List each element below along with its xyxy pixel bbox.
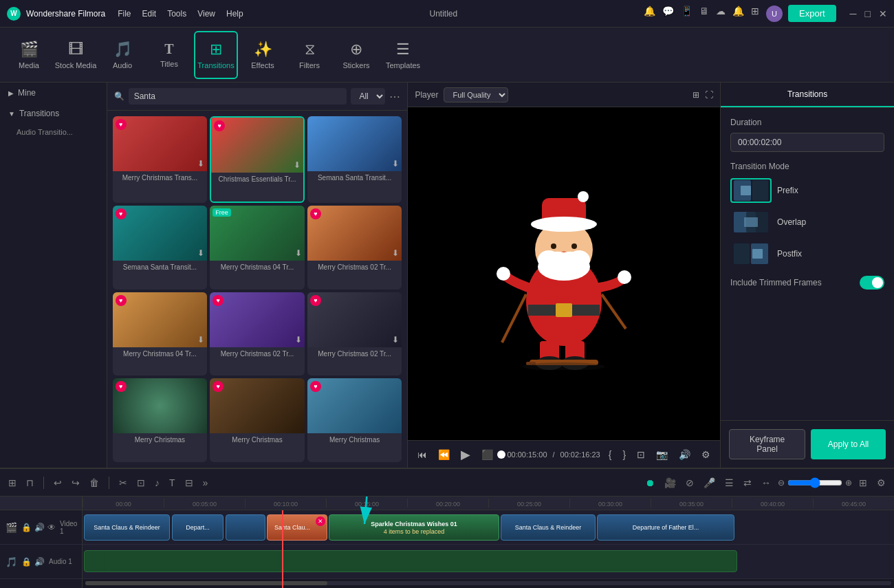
- more-options-icon[interactable]: ⋯: [389, 90, 400, 103]
- maximize-button[interactable]: □: [865, 8, 871, 19]
- tl-swap-button[interactable]: ⇄: [741, 476, 754, 490]
- transition-card[interactable]: ♥ ⬇ Merry Christmas 04 Tr...: [113, 292, 208, 376]
- transition-card[interactable]: ♥ ⬇ Merry Christmas 02 Tr...: [210, 292, 305, 376]
- apply-to-all-button[interactable]: Apply to All: [811, 429, 886, 459]
- quality-select[interactable]: Full Quality: [444, 87, 508, 102]
- crop-button[interactable]: ⊡: [634, 448, 648, 461]
- transition-card[interactable]: ♥ ⬇ Merry Christmas 02 Tr...: [307, 206, 402, 290]
- transition-card[interactable]: ♥ ⬇ Christmas Essentials Tr...: [210, 116, 305, 203]
- tl-more-button[interactable]: »: [200, 476, 211, 490]
- zoom-slider[interactable]: [787, 477, 842, 488]
- toolbar-stock-media[interactable]: 🎞 Stock Media: [54, 31, 98, 79]
- video-clip[interactable]: [226, 514, 265, 541]
- clip-delete-button[interactable]: ✕: [316, 516, 325, 526]
- tl-copy-button[interactable]: ⊡: [134, 476, 148, 490]
- left-panel-audio-transition[interactable]: Audio Transitio...: [0, 124, 107, 140]
- video-clip[interactable]: Santa Claus & Reindeer: [501, 514, 596, 541]
- tl-audio-button[interactable]: ♪: [152, 476, 162, 490]
- step-back-button[interactable]: ⏪: [435, 448, 453, 461]
- tl-crop-button[interactable]: ⊟: [182, 476, 196, 490]
- export-button[interactable]: Export: [788, 5, 836, 22]
- menu-edit[interactable]: Edit: [142, 9, 157, 19]
- duration-input[interactable]: [730, 133, 884, 152]
- tl-undo-button[interactable]: ↩: [51, 476, 65, 490]
- transition-card[interactable]: ♥ Merry Christmas: [307, 378, 402, 462]
- video-clip-sparkle[interactable]: Sparkle Christmas Wishes 01 4 items to b…: [329, 514, 499, 541]
- keyframe-panel-button[interactable]: Keyframe Panel: [729, 429, 805, 459]
- transition-card[interactable]: ⬇ Semana Santa Transit...: [307, 116, 402, 203]
- toolbar-templates[interactable]: ☰ Templates: [381, 31, 425, 79]
- device-icon[interactable]: 📱: [681, 6, 693, 22]
- mark-in-button[interactable]: {: [606, 448, 615, 461]
- left-panel-mine[interactable]: ▶ Mine: [0, 83, 107, 103]
- left-panel-transitions[interactable]: ▼ Transitions: [0, 103, 107, 124]
- snapshot-button[interactable]: 📷: [653, 448, 670, 461]
- toolbar-transitions[interactable]: ⊞ Transitions: [194, 31, 238, 79]
- toolbar-titles[interactable]: T Titles: [147, 31, 191, 79]
- toolbar-stickers[interactable]: ⊕ Stickers: [334, 31, 378, 79]
- zoom-in-icon[interactable]: ⊕: [845, 478, 852, 488]
- transition-card[interactable]: ♥ ⬇ Merry Christmas 02 Tr...: [307, 292, 402, 376]
- video-clip[interactable]: Departure of Father El...: [597, 514, 734, 541]
- menu-tools[interactable]: Tools: [167, 9, 186, 19]
- video-clip-active[interactable]: Santa Clau... ✕: [267, 514, 327, 541]
- postfix-thumb[interactable]: [730, 241, 772, 266]
- tl-shield-button[interactable]: ⊘: [683, 476, 697, 490]
- prefix-thumb[interactable]: [730, 178, 772, 203]
- toolbar-media[interactable]: 🎬 Media: [7, 31, 51, 79]
- volume-button[interactable]: 🔊: [676, 448, 693, 461]
- devices-icon[interactable]: 🖥: [699, 6, 709, 22]
- transition-card[interactable]: ♥ Merry Christmas: [210, 378, 305, 462]
- tl-delete-button[interactable]: 🗑: [87, 476, 102, 490]
- view-mode-icon[interactable]: ⊞: [693, 90, 699, 100]
- menu-file[interactable]: File: [118, 9, 131, 19]
- tl-text-button[interactable]: T: [166, 476, 178, 490]
- tl-redo-button[interactable]: ↪: [69, 476, 83, 490]
- alert-icon[interactable]: 🔔: [732, 6, 744, 22]
- tl-record-button[interactable]: ⏺: [642, 476, 657, 490]
- tl-list-button[interactable]: ☰: [722, 476, 737, 490]
- search-input[interactable]: [129, 88, 347, 105]
- stop-button[interactable]: ⬛: [479, 448, 496, 461]
- video-clip[interactable]: Depart...: [172, 514, 224, 541]
- grid-icon[interactable]: ⊞: [751, 6, 759, 22]
- overlap-thumb[interactable]: [730, 210, 772, 235]
- tl-layout-button[interactable]: ⊞: [856, 476, 870, 490]
- tl-grid-button[interactable]: ⊞: [6, 476, 19, 490]
- menu-view[interactable]: View: [197, 9, 215, 19]
- tl-magnet-button[interactable]: ⊓: [23, 476, 36, 490]
- transition-card[interactable]: ♥ Merry Christmas: [113, 378, 208, 462]
- transition-card[interactable]: ♥ ⬇ Semana Santa Transit...: [113, 206, 208, 290]
- avatar[interactable]: U: [766, 6, 783, 22]
- notification-icon[interactable]: 🔔: [644, 6, 655, 22]
- chat-icon[interactable]: 💬: [662, 6, 674, 22]
- h-scrollbar-thumb[interactable]: [85, 581, 327, 585]
- transition-card[interactable]: Free ⬇ Merry Christmas 04 Tr...: [210, 206, 305, 290]
- close-button[interactable]: ✕: [879, 8, 887, 19]
- menu-help[interactable]: Help: [226, 9, 243, 19]
- settings-button[interactable]: ⚙: [699, 448, 713, 461]
- tl-cut-button[interactable]: ✂: [116, 476, 130, 490]
- tl-camera-button[interactable]: 🎥: [662, 476, 679, 490]
- tab-transitions[interactable]: Transitions: [721, 83, 894, 107]
- cloud-icon[interactable]: ☁: [716, 6, 726, 22]
- timeline-scrollbar[interactable]: [83, 579, 894, 587]
- include-trimmed-toggle[interactable]: [860, 276, 884, 290]
- toolbar-audio[interactable]: 🎵 Audio: [100, 31, 144, 79]
- fullscreen-icon[interactable]: ⛶: [705, 90, 713, 100]
- tl-mic-button[interactable]: 🎤: [701, 476, 718, 490]
- search-filter[interactable]: All: [351, 88, 385, 105]
- transition-card[interactable]: ♥ ⬇ Merry Christmas Trans...: [113, 116, 208, 203]
- toolbar-filters[interactable]: ⧖ Filters: [287, 31, 331, 79]
- speaker-icon[interactable]: 🔊: [34, 523, 45, 532]
- mark-out-button[interactable]: }: [620, 448, 629, 461]
- audio-speaker-icon[interactable]: 🔊: [34, 557, 45, 567]
- tl-settings-button[interactable]: ⚙: [874, 476, 888, 490]
- eye-icon[interactable]: 👁: [47, 523, 56, 532]
- tl-arrow-button[interactable]: ↔: [759, 476, 774, 490]
- toolbar-effects[interactable]: ✨ Effects: [241, 31, 285, 79]
- video-clip[interactable]: Santa Claus & Reindeer: [84, 514, 170, 541]
- play-button[interactable]: ▶: [458, 446, 473, 464]
- audio-lock-icon[interactable]: 🔒: [21, 557, 32, 567]
- rewind-button[interactable]: ⏮: [415, 448, 430, 461]
